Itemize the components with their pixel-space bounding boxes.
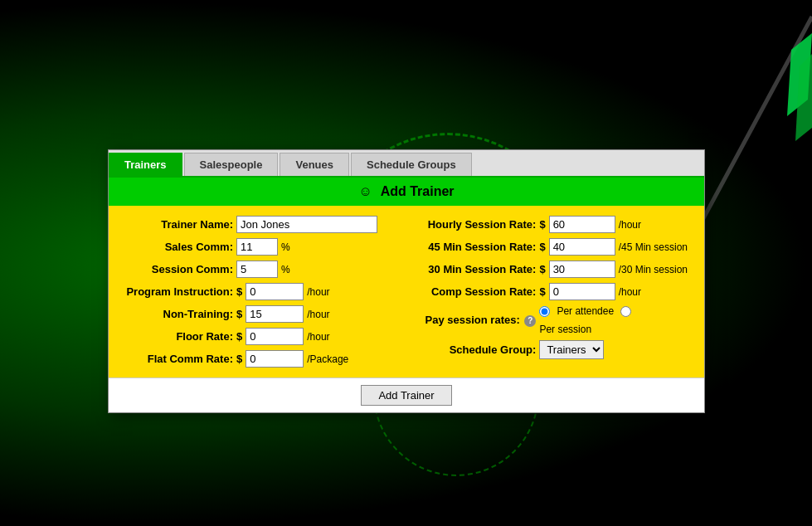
min45-input[interactable] <box>549 238 615 256</box>
schedule-group-label: Schedule Group: <box>403 343 536 356</box>
session-comm-unit: % <box>281 264 290 275</box>
floor-rate-label: Floor Rate: <box>125 330 233 343</box>
trainer-name-input[interactable] <box>236 216 377 233</box>
hourly-session-row: Hourly Session Rate: $ /hour <box>403 216 688 233</box>
trainer-name-label: Trainer Name: <box>125 218 233 231</box>
sales-comm-row: Sales Comm: % <box>125 238 387 256</box>
non-training-label: Non-Training: <box>125 308 233 320</box>
non-training-input[interactable] <box>246 305 304 323</box>
form-title: Add Trainer <box>381 184 455 198</box>
hourly-session-input[interactable] <box>549 216 615 233</box>
floor-rate-prefix: $ <box>236 330 242 343</box>
form-footer: Add Trainer <box>109 377 704 412</box>
min30-row: 30 Min Session Rate: $ /30 Min session <box>403 261 688 278</box>
trainer-name-row: Trainer Name: <box>125 216 387 233</box>
tab-bar: Trainers Salespeople Venues Schedule Gro… <box>109 150 704 178</box>
floor-rate-input[interactable] <box>246 328 304 345</box>
comp-session-label: Comp Session Rate: <box>403 285 536 298</box>
flat-comm-unit: /Package <box>307 353 348 365</box>
flat-comm-label: Flat Comm Rate: <box>125 353 233 365</box>
program-instruction-label: Program Instruction: <box>125 285 233 298</box>
non-training-prefix: $ <box>236 308 242 320</box>
min45-prefix: $ <box>539 241 545 253</box>
flat-comm-row: Flat Comm Rate: $ /Package <box>125 350 387 368</box>
program-instruction-input[interactable] <box>246 283 304 300</box>
hourly-session-unit: /hour <box>619 219 641 231</box>
hourly-session-label: Hourly Session Rate: <box>403 218 536 231</box>
per-attendee-radio[interactable] <box>539 306 550 317</box>
pay-session-row: Pay session rates: ? Per attendee Per se… <box>403 305 688 335</box>
floor-rate-row: Floor Rate: $ /hour <box>125 328 387 345</box>
min30-input[interactable] <box>549 261 615 278</box>
sales-comm-unit: % <box>281 241 290 253</box>
add-trainer-dialog: Trainers Salespeople Venues Schedule Gro… <box>108 149 705 413</box>
comp-prefix: $ <box>539 285 545 298</box>
tab-salespeople[interactable]: Salespeople <box>184 153 279 176</box>
right-column: Hourly Session Rate: $ /hour 45 Min Sess… <box>403 216 688 368</box>
tab-venues[interactable]: Venues <box>280 153 349 176</box>
session-comm-input[interactable] <box>236 261 278 278</box>
tab-trainers[interactable]: Trainers <box>109 153 182 176</box>
trainer-icon: ☺ <box>358 184 372 198</box>
schedule-group-row: Schedule Group: Trainers All Custom <box>403 340 688 359</box>
min45-row: 45 Min Session Rate: $ /45 Min session <box>403 238 688 256</box>
add-trainer-button[interactable]: Add Trainer <box>361 385 451 406</box>
program-instruction-unit: /hour <box>307 286 329 298</box>
tab-schedule-groups[interactable]: Schedule Groups <box>351 153 472 176</box>
floor-rate-unit: /hour <box>307 331 329 343</box>
min45-label: 45 Min Session Rate: <box>403 241 536 253</box>
form-body: Trainer Name: Sales Comm: % Session Comm… <box>109 206 704 377</box>
session-comm-row: Session Comm: % <box>125 261 387 278</box>
schedule-group-select[interactable]: Trainers All Custom <box>539 340 604 359</box>
comp-session-input[interactable] <box>549 283 615 300</box>
per-attendee-label: Per attendee <box>557 305 614 317</box>
sales-comm-input[interactable] <box>236 238 278 256</box>
program-instruction-row: Program Instruction: $ /hour <box>125 283 387 300</box>
min30-label: 30 Min Session Rate: <box>403 263 536 275</box>
min30-unit: /30 Min session <box>619 264 688 275</box>
non-training-unit: /hour <box>307 309 329 320</box>
min45-unit: /45 Min session <box>619 241 688 253</box>
program-prefix: $ <box>236 285 242 298</box>
per-session-label: Per session <box>539 324 591 335</box>
pay-session-label: Pay session rates: ? <box>403 314 536 327</box>
hourly-prefix: $ <box>539 218 545 231</box>
flat-comm-prefix: $ <box>236 353 242 365</box>
form-header: ☺ Add Trainer <box>109 178 704 206</box>
session-comm-label: Session Comm: <box>125 263 233 275</box>
pay-session-options: Per attendee Per session <box>539 305 688 335</box>
min30-prefix: $ <box>539 263 545 275</box>
comp-session-row: Comp Session Rate: $ /hour <box>403 283 688 300</box>
non-training-row: Non-Training: $ /hour <box>125 305 387 323</box>
sales-comm-label: Sales Comm: <box>125 241 233 253</box>
left-column: Trainer Name: Sales Comm: % Session Comm… <box>125 216 387 368</box>
per-session-radio[interactable] <box>620 306 631 317</box>
comp-session-unit: /hour <box>619 286 641 298</box>
flat-comm-input[interactable] <box>246 350 304 368</box>
pay-session-help-icon[interactable]: ? <box>524 315 536 327</box>
